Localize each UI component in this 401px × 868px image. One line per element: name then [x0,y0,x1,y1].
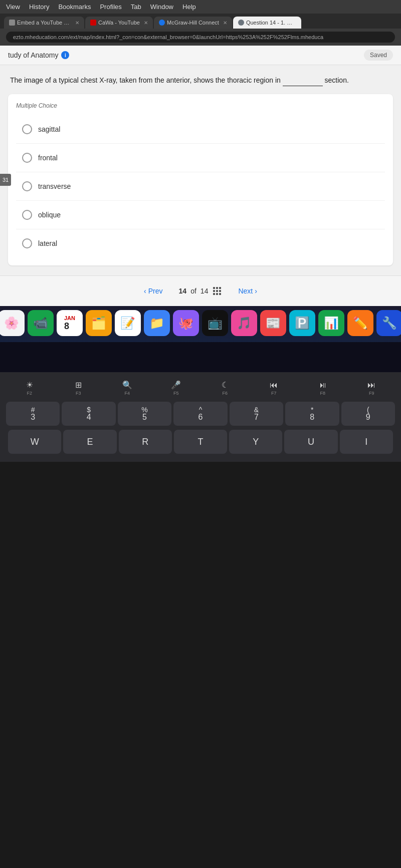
pixelmator-icon: 🅿️ [295,316,310,330]
fn-row: ☀ F2 ⊞ F3 🔍 F4 🎤 F5 ☾ F6 ⏮ F7 ⏯ F8 ⏭ F [4,380,397,396]
brightness-icon: ☀ [26,380,33,390]
menu-profiles[interactable]: Profiles [100,3,121,11]
tab-label-0: Embed a YouTube Vi... [17,20,71,26]
moon-icon: ☾ [222,380,229,390]
tab-favicon-1 [90,20,96,26]
dock-testflight[interactable]: 🔧 [376,310,401,336]
fn-key-f7[interactable]: ⏮ F7 [251,381,298,396]
tab-label-2: McGraw-Hill Connect [167,20,219,26]
fn-key-f8[interactable]: ⏯ F8 [299,381,346,396]
number-4: 4 [87,413,91,421]
page-info: 14 of 14 [179,286,223,296]
reminders-icon: 📝 [120,316,135,330]
option-row-frontal[interactable]: frontal [16,144,385,172]
main-content: The image of a typical chest X-ray, take… [0,65,401,275]
radio-transverse[interactable] [22,181,32,191]
question-card-wrapper: 31 Multiple Choice sagittal frontal tran… [8,94,393,265]
option-row-oblique[interactable]: oblique [16,201,385,229]
prev-chevron-icon: ‹ [144,287,146,295]
dock-finder[interactable]: 📁 [144,310,170,336]
number-8: 8 [310,413,314,421]
menu-history[interactable]: History [29,3,49,11]
dock-appletv[interactable]: 📺 [202,310,228,336]
next-button[interactable]: Next › [230,283,265,299]
dock-files[interactable]: 🗂️ [86,310,112,336]
key-t[interactable]: T [174,430,227,454]
key-w[interactable]: W [8,430,61,454]
fn-key-f6[interactable]: ☾ F6 [202,380,249,396]
f9-label: F9 [369,391,374,396]
menu-bookmarks[interactable]: Bookmarks [58,3,91,11]
fn-key-f2[interactable]: ☀ F2 [6,380,53,396]
menu-help[interactable]: Help [182,3,196,11]
dock-mango[interactable]: 🐙 [173,310,199,336]
key-7[interactable]: & 7 [230,402,283,426]
radio-sagittal[interactable] [22,124,32,134]
menu-window[interactable]: Window [150,3,173,11]
dock-photos[interactable]: 🌸 [0,310,25,336]
multiple-choice-label: Multiple Choice [16,102,385,109]
number-5: 5 [142,413,147,421]
key-6[interactable]: ^ 6 [173,402,227,426]
saved-badge: Saved [364,50,393,61]
address-bar[interactable]: ezto.mheducation.com/ext/map/index.html?… [6,32,395,43]
key-y[interactable]: Y [229,430,282,454]
f8-label: F8 [320,391,325,396]
key-e[interactable]: E [63,430,116,454]
option-row-transverse[interactable]: transverse [16,172,385,201]
letter-i: I [365,437,367,447]
fn-key-f4[interactable]: 🔍 F4 [104,380,151,396]
tab-favicon-3 [238,20,244,26]
radio-oblique[interactable] [22,210,32,220]
tab-cawa-youtube[interactable]: CaWa - YouTube ✕ [85,17,153,29]
dock-pages[interactable]: ✏️ [347,310,373,336]
tab-mcgraw[interactable]: McGraw-Hill Connect ✕ [154,17,232,29]
dock-facetime[interactable]: 📹 [28,310,54,336]
menu-view[interactable]: View [6,3,20,11]
option-row-sagittal[interactable]: sagittal [16,115,385,144]
key-i[interactable]: I [340,430,393,454]
dock-pixelmator[interactable]: 🅿️ [289,310,315,336]
dock-reminders[interactable]: 📝 [115,310,141,336]
info-icon[interactable]: i [61,51,69,59]
option-label-frontal: frontal [38,154,58,162]
grid-icon[interactable] [212,286,222,296]
key-r[interactable]: R [119,430,172,454]
tab-close-0[interactable]: ✕ [75,20,79,26]
dock-music[interactable]: 🎵 [231,310,257,336]
dock-numbers[interactable]: 📊 [318,310,344,336]
fn-key-f9[interactable]: ⏭ F9 [348,381,395,396]
key-9[interactable]: ( 9 [341,402,395,426]
number-6: 6 [198,413,203,421]
page-header: tudy of Anatomy i Saved [0,46,401,65]
prev-button[interactable]: ‹ Prev [136,283,170,299]
option-label-sagittal: sagittal [38,125,60,133]
letter-r: R [142,437,148,447]
tab-close-1[interactable]: ✕ [144,20,148,26]
music-icon: 🎵 [237,316,252,330]
facetime-icon: 📹 [33,316,48,330]
nav-bar: ‹ Prev 14 of 14 Next › [0,275,401,306]
key-5[interactable]: % 5 [118,402,171,426]
option-row-lateral[interactable]: lateral [16,229,385,257]
next-label: Next [238,287,253,295]
key-4[interactable]: $ 4 [62,402,115,426]
finder-icon: 📁 [149,316,164,330]
fn-key-f3[interactable]: ⊞ F3 [55,380,102,396]
key-u[interactable]: U [284,430,337,454]
fn-key-f5[interactable]: 🎤 F5 [153,380,200,396]
tab-close-2[interactable]: ✕ [223,20,227,26]
tab-youtube-embed[interactable]: Embed a YouTube Vi... ✕ [4,17,84,29]
radio-lateral[interactable] [22,238,32,248]
tab-question14[interactable]: Question 14 - 1. Quiz: Study [233,17,301,29]
dock-news[interactable]: 📰 [260,310,286,336]
radio-frontal[interactable] [22,153,32,163]
menu-tab[interactable]: Tab [131,3,141,11]
dock-calendar[interactable]: JAN8 [57,310,83,336]
f2-label: F2 [27,391,32,396]
symbol-ampersand: & [254,406,259,413]
letter-w: W [31,437,39,447]
key-8[interactable]: * 8 [285,402,339,426]
key-3[interactable]: # 3 [6,402,60,426]
current-page: 14 [179,287,187,295]
